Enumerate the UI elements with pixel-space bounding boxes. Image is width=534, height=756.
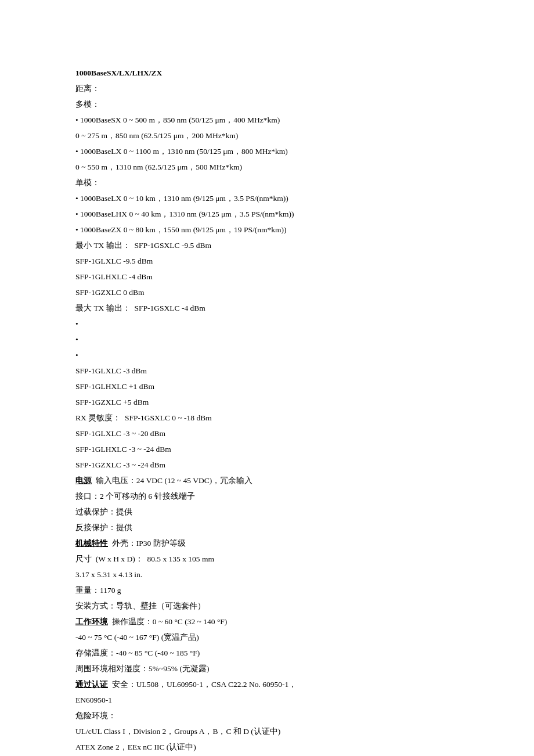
body-text: • 1000BaseZX 0 ~ 80 km，1550 nm (9/125 μm… (75, 225, 286, 234)
text-line: SFP-1GZXLC -3 ~ -24 dBm (75, 457, 459, 473)
heading-text: 1000BaseSX/LX/LHX/ZX (75, 69, 162, 77)
body-text: 3.17 x 5.31 x 4.13 in. (75, 570, 142, 579)
body-text: • 1000BaseLX 0 ~ 10 km，1310 nm (9/125 μm… (75, 194, 288, 203)
section-content: 外壳：IP30 防护等级 (108, 539, 186, 548)
text-line: ATEX Zone 2，EEx nC IIC (认证中) (75, 739, 459, 755)
text-line: 距离： (75, 81, 459, 96)
section-label: 工作环境 (75, 617, 108, 626)
text-line: 接口：2 个可移动的 6 针接线端子 (75, 488, 459, 504)
body-text: • 1000BaseSX 0 ~ 500 m，850 nm (50/125 μm… (75, 116, 280, 124)
text-line: 危险环境： (75, 708, 459, 723)
document-page: 1000BaseSX/LX/LHX/ZX距离：多模：• 1000BaseSX 0… (0, 0, 534, 756)
body-text: 距离： (75, 84, 100, 93)
text-line: • (75, 316, 459, 332)
text-line: SFP-1GLXLC -3 ~ -20 dBm (75, 426, 459, 441)
body-text: 过载保护：提供 (75, 507, 132, 516)
text-line: 0 ~ 275 m，850 nm (62.5/125 μm，200 MHz*km… (75, 128, 459, 143)
text-line: 周围环境相对湿度：5%~95% (无凝露) (75, 661, 459, 676)
text-line: UL/cUL Class I，Division 2，Groups A，B，C 和… (75, 723, 459, 739)
body-text: 0 ~ 275 m，850 nm (62.5/125 μm，200 MHz*km… (75, 131, 238, 140)
text-line: 过载保护：提供 (75, 504, 459, 520)
text-line: 机械特性 外壳：IP30 防护等级 (75, 535, 459, 551)
body-text: 接口：2 个可移动的 6 针接线端子 (75, 492, 195, 501)
section-content: 输入电压：24 VDC (12 ~ 45 VDC)，冗余输入 (92, 476, 252, 485)
body-text: SFP-1GLHXLC -4 dBm (75, 272, 153, 281)
body-text: SFP-1GLXLC -9.5 dBm (75, 257, 153, 265)
text-line: 最小 TX 输出： SFP-1GSXLC -9.5 dBm (75, 237, 459, 253)
text-line: SFP-1GLHXLC +1 dBm (75, 379, 459, 394)
text-line: 3.17 x 5.31 x 4.13 in. (75, 567, 459, 582)
text-line: SFP-1GLXLC -9.5 dBm (75, 253, 459, 269)
body-text: 危险环境： (75, 711, 116, 720)
body-text: 反接保护：提供 (75, 523, 132, 532)
body-text: SFP-1GLXLC -3 ~ -20 dBm (75, 429, 165, 438)
text-line: 单模： (75, 175, 459, 190)
text-line: 反接保护：提供 (75, 520, 459, 535)
text-line: • 1000BaseZX 0 ~ 80 km，1550 nm (9/125 μm… (75, 222, 459, 237)
body-text: SFP-1GLXLC -3 dBm (75, 366, 147, 375)
body-text: • (75, 351, 78, 359)
body-text: ATEX Zone 2，EEx nC IIC (认证中) (75, 743, 196, 751)
section-content: 安全：UL508，UL60950-1，CSA C22.2 No. 60950-1… (108, 680, 297, 689)
body-text: RX 灵敏度： SFP-1GSXLC 0 ~ -18 dBm (75, 413, 212, 422)
section-label: 通过认证 (75, 680, 108, 689)
body-text: SFP-1GZXLC 0 dBm (75, 288, 145, 297)
text-line: 最大 TX 输出： SFP-1GSXLC -4 dBm (75, 300, 459, 316)
body-text: 多模： (75, 100, 100, 109)
body-text: • (75, 319, 78, 328)
body-text: 存储温度：-40 ~ 85 °C (-40 ~ 185 °F) (75, 649, 200, 657)
text-line: • 1000BaseLHX 0 ~ 40 km，1310 nm (9/125 μ… (75, 206, 459, 222)
section-content: 操作温度：0 ~ 60 °C (32 ~ 140 °F) (108, 617, 227, 626)
body-text: SFP-1GLHXLC +1 dBm (75, 382, 154, 391)
text-line: 尺寸 (W x H x D)： 80.5 x 135 x 105 mm (75, 551, 459, 567)
body-text: UL/cUL Class I，Division 2，Groups A，B，C 和… (75, 727, 280, 736)
body-text: 重量：1170 g (75, 586, 121, 595)
text-line: 1000BaseSX/LX/LHX/ZX (75, 65, 459, 81)
section-label: 电源 (75, 476, 92, 485)
text-line: 多模： (75, 96, 459, 112)
body-text: 周围环境相对湿度：5%~95% (无凝露) (75, 664, 209, 673)
body-text: • 1000BaseLHX 0 ~ 40 km，1310 nm (9/125 μ… (75, 210, 294, 218)
text-line: 工作环境 操作温度：0 ~ 60 °C (32 ~ 140 °F) (75, 614, 459, 629)
body-text: SFP-1GZXLC +5 dBm (75, 398, 149, 406)
body-text: 尺寸 (W x H x D)： 80.5 x 135 x 105 mm (75, 555, 214, 563)
body-text: 最小 TX 输出： SFP-1GSXLC -9.5 dBm (75, 241, 211, 250)
text-line: SFP-1GLXLC -3 dBm (75, 363, 459, 379)
text-line: SFP-1GZXLC +5 dBm (75, 394, 459, 410)
text-line: -40 ~ 75 °C (-40 ~ 167 °F) (宽温产品) (75, 629, 459, 645)
text-line: SFP-1GLHXLC -4 dBm (75, 269, 459, 285)
text-line: 安装方式：导轨、壁挂（可选套件） (75, 598, 459, 614)
text-line: SFP-1GZXLC 0 dBm (75, 285, 459, 300)
text-line: 电源 输入电压：24 VDC (12 ~ 45 VDC)，冗余输入 (75, 473, 459, 488)
body-text: 安装方式：导轨、壁挂（可选套件） (75, 602, 205, 610)
text-line: SFP-1GLHXLC -3 ~ -24 dBm (75, 441, 459, 457)
text-line: • (75, 347, 459, 363)
text-line: 通过认证 安全：UL508，UL60950-1，CSA C22.2 No. 60… (75, 676, 459, 692)
text-line: EN60950-1 (75, 692, 459, 708)
body-text: SFP-1GLHXLC -3 ~ -24 dBm (75, 445, 171, 453)
section-label: 机械特性 (75, 539, 108, 548)
body-text: 0 ~ 550 m，1310 nm (62.5/125 μm，500 MHz*k… (75, 163, 242, 171)
body-text: 单模： (75, 178, 100, 187)
text-line: • 1000BaseLX 0 ~ 10 km，1310 nm (9/125 μm… (75, 190, 459, 206)
text-line: • 1000BaseLX 0 ~ 1100 m，1310 nm (50/125 … (75, 143, 459, 159)
body-text: 最大 TX 输出： SFP-1GSXLC -4 dBm (75, 304, 205, 312)
text-line: 存储温度：-40 ~ 85 °C (-40 ~ 185 °F) (75, 645, 459, 661)
text-line: • (75, 332, 459, 347)
body-text: EN60950-1 (75, 696, 112, 704)
body-text: • 1000BaseLX 0 ~ 1100 m，1310 nm (50/125 … (75, 147, 288, 156)
text-line: RX 灵敏度： SFP-1GSXLC 0 ~ -18 dBm (75, 410, 459, 426)
text-line: 重量：1170 g (75, 582, 459, 598)
text-line: • 1000BaseSX 0 ~ 500 m，850 nm (50/125 μm… (75, 112, 459, 128)
body-text: • (75, 335, 78, 344)
text-line: 0 ~ 550 m，1310 nm (62.5/125 μm，500 MHz*k… (75, 159, 459, 175)
body-text: -40 ~ 75 °C (-40 ~ 167 °F) (宽温产品) (75, 633, 199, 642)
body-text: SFP-1GZXLC -3 ~ -24 dBm (75, 460, 165, 469)
